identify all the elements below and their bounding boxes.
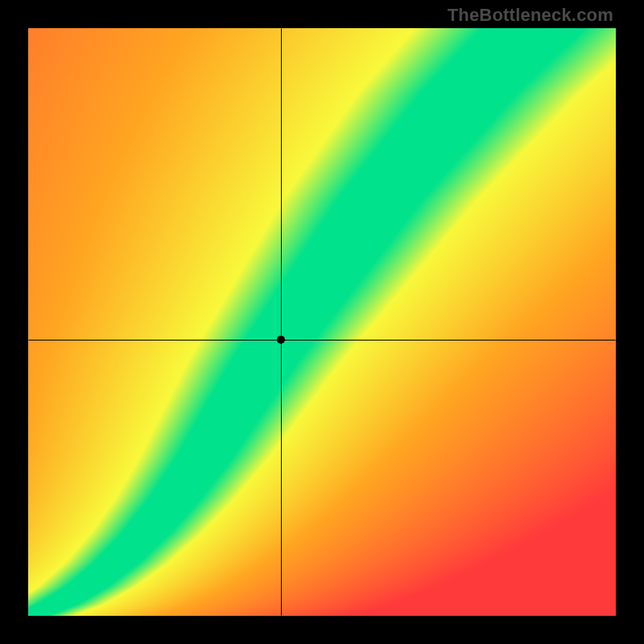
watermark-text: TheBottleneck.com bbox=[448, 5, 613, 26]
bottleneck-heatmap bbox=[28, 28, 616, 616]
chart-frame: TheBottleneck.com bbox=[0, 0, 644, 644]
plot-area bbox=[28, 28, 616, 616]
